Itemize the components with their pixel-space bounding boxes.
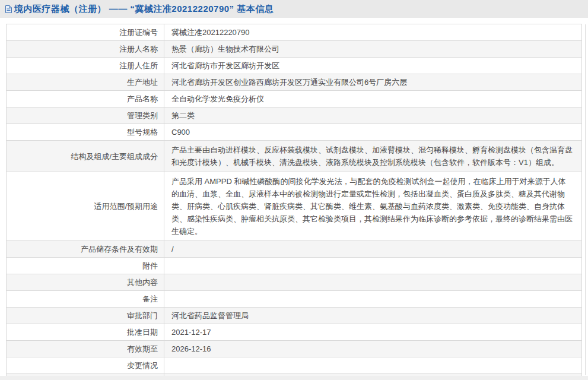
table-row-approval-date: 批准日期 2021-12-17 <box>7 324 582 341</box>
field-value: 河北省药品监督管理局 <box>164 308 582 324</box>
field-value: 热景（廊坊）生物技术有限公司 <box>164 41 582 58</box>
field-label: 产品储存条件及有效期 <box>7 241 164 258</box>
table-row-structure-composition: 结构及组成/主要组成成分 产品主要由自动进样模块、反应杯装载模块、试剂盘模块、加… <box>7 141 582 172</box>
field-value: 第二类 <box>164 107 582 124</box>
field-label: 产品名称 <box>7 91 164 107</box>
field-value: / <box>164 241 582 258</box>
registration-info-table: 注册证编号 冀械注准20212220790 注册人名称 热景（廊坊）生物技术有限… <box>6 24 582 380</box>
field-label: 生产地址 <box>7 74 164 91</box>
field-value <box>164 258 582 274</box>
table-row-intended-use: 适用范围/预期用途 产品采用 AMPPD 和碱性磷酸酶的间接化学发光法，与配套的… <box>7 172 582 241</box>
field-label: 其他内容 <box>7 274 164 291</box>
field-label: 注册人名称 <box>7 41 164 58</box>
table-row-management-class: 管理类别 第二类 <box>7 107 582 124</box>
field-label: 注册人住所 <box>7 58 164 74</box>
field-label: 结构及组成/主要组成成分 <box>7 141 164 172</box>
table-row-storage-validity: 产品储存条件及有效期 / <box>7 241 582 258</box>
field-label: 批准日期 <box>7 324 164 341</box>
field-value <box>164 291 582 308</box>
field-label: 审批部门 <box>7 308 164 324</box>
table-row-attachment: 附件 <box>7 258 582 274</box>
table-row-product-name: 产品名称 全自动化学发光免疫分析仪 <box>7 91 582 107</box>
field-value: 河北省廊坊市开发区廊坊开发区 <box>164 58 582 74</box>
field-value: 冀械注准20212220790 <box>164 24 582 41</box>
field-label: 注册证编号 <box>7 24 164 41</box>
table-row-production-address: 生产地址 河北省廊坊开发区创业路西廊坊开发区万通实业有限公司6号厂房六层 <box>7 74 582 91</box>
page-header: 境内医疗器械（注册） —— “冀械注准20212220790” 基本信息 <box>0 0 588 18</box>
field-label: 管理类别 <box>7 107 164 124</box>
table-row-remarks: 备注 <box>7 291 582 308</box>
field-value: 2021-12-17 <box>164 324 582 341</box>
table-row-valid-until: 有效期至 2026-12-16 <box>7 341 582 357</box>
field-value: 全自动化学发光免疫分析仪 <box>164 91 582 107</box>
field-value: 产品主要由自动进样模块、反应杯装载模块、试剂盘模块、加液臂模块、混匀稀释模块、孵… <box>164 141 582 172</box>
field-label: 有效期至 <box>7 341 164 357</box>
table-row-other-content: 其他内容 <box>7 274 582 291</box>
table-row-change-status: 变更情况 <box>7 357 582 374</box>
field-value: 产品采用 AMPPD 和碱性磷酸酶的间接化学发光法，与配套的免疫检测试剂盒一起使… <box>164 172 582 241</box>
field-label: 备注 <box>7 291 164 308</box>
table-row-registrant-name: 注册人名称 热景（廊坊）生物技术有限公司 <box>7 41 582 58</box>
field-label: 型号规格 <box>7 124 164 141</box>
table-row-model-spec: 型号规格 C900 <box>7 124 582 141</box>
field-label: 附件 <box>7 258 164 274</box>
table-row-approval-department: 审批部门 河北省药品监督管理局 <box>7 308 582 324</box>
field-value: 2026-12-16 <box>164 341 582 357</box>
field-label: 变更情况 <box>7 357 164 374</box>
field-value: C900 <box>164 124 582 141</box>
table-row-registration-number: 注册证编号 冀械注准20212220790 <box>7 24 582 41</box>
field-value <box>164 357 582 374</box>
field-value <box>164 274 582 291</box>
right-edge-line <box>585 24 586 375</box>
table-row-registrant-address: 注册人住所 河北省廊坊市开发区廊坊开发区 <box>7 58 582 74</box>
page-title: 境内医疗器械（注册） —— “冀械注准20212220790” 基本信息 <box>14 4 274 15</box>
footer-band <box>0 376 588 380</box>
field-value: 河北省廊坊开发区创业路西廊坊开发区万通实业有限公司6号厂房六层 <box>164 74 582 91</box>
document-icon <box>5 5 12 14</box>
field-label: 适用范围/预期用途 <box>7 172 164 241</box>
